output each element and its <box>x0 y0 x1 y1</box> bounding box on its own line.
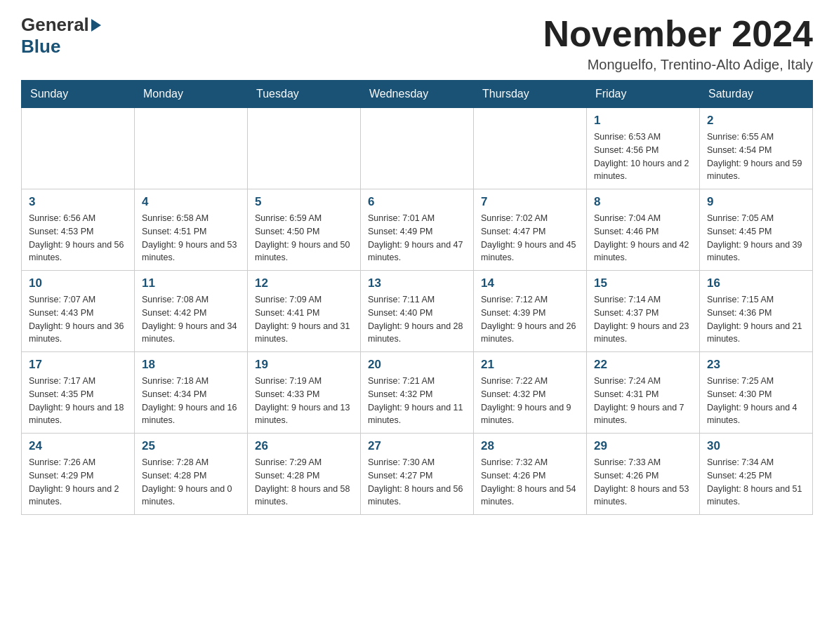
day-info: Sunrise: 7:18 AMSunset: 4:34 PMDaylight:… <box>142 375 240 427</box>
calendar-cell: 3Sunrise: 6:56 AMSunset: 4:53 PMDaylight… <box>22 189 135 271</box>
day-info: Sunrise: 7:05 AMSunset: 4:45 PMDaylight:… <box>707 212 805 264</box>
day-number: 16 <box>707 276 805 290</box>
day-info: Sunrise: 7:28 AMSunset: 4:28 PMDaylight:… <box>142 456 240 509</box>
calendar-cell: 5Sunrise: 6:59 AMSunset: 4:50 PMDaylight… <box>248 189 361 271</box>
calendar-cell: 11Sunrise: 7:08 AMSunset: 4:42 PMDayligh… <box>135 271 248 352</box>
calendar-cell <box>474 108 587 189</box>
calendar-cell: 21Sunrise: 7:22 AMSunset: 4:32 PMDayligh… <box>474 352 587 434</box>
calendar-week-row: 1Sunrise: 6:53 AMSunset: 4:56 PMDaylight… <box>22 108 813 189</box>
calendar-cell: 18Sunrise: 7:18 AMSunset: 4:34 PMDayligh… <box>135 352 248 434</box>
day-info: Sunrise: 6:58 AMSunset: 4:51 PMDaylight:… <box>142 212 240 264</box>
day-info: Sunrise: 7:01 AMSunset: 4:49 PMDaylight:… <box>368 212 466 264</box>
day-info: Sunrise: 7:30 AMSunset: 4:27 PMDaylight:… <box>368 456 466 509</box>
day-number: 2 <box>707 114 805 128</box>
day-number: 19 <box>255 358 353 372</box>
calendar-week-row: 17Sunrise: 7:17 AMSunset: 4:35 PMDayligh… <box>22 352 813 434</box>
calendar-cell: 19Sunrise: 7:19 AMSunset: 4:33 PMDayligh… <box>248 352 361 434</box>
day-info: Sunrise: 7:19 AMSunset: 4:33 PMDaylight:… <box>255 375 353 427</box>
weekday-header: Sunday <box>22 81 135 108</box>
day-number: 12 <box>255 276 353 290</box>
day-info: Sunrise: 7:09 AMSunset: 4:41 PMDaylight:… <box>255 293 353 346</box>
day-info: Sunrise: 7:02 AMSunset: 4:47 PMDaylight:… <box>481 212 579 264</box>
day-number: 22 <box>594 358 692 372</box>
weekday-header: Monday <box>135 81 248 108</box>
day-info: Sunrise: 7:24 AMSunset: 4:31 PMDaylight:… <box>594 375 692 427</box>
day-info: Sunrise: 6:56 AMSunset: 4:53 PMDaylight:… <box>29 212 127 264</box>
day-number: 6 <box>368 195 466 209</box>
day-number: 14 <box>481 276 579 290</box>
calendar-cell: 25Sunrise: 7:28 AMSunset: 4:28 PMDayligh… <box>135 434 248 515</box>
page-header: General Blue November 2024 Monguelfo, Tr… <box>21 14 813 73</box>
day-number: 10 <box>29 276 127 290</box>
day-info: Sunrise: 7:15 AMSunset: 4:36 PMDaylight:… <box>707 293 805 346</box>
weekday-header: Tuesday <box>248 81 361 108</box>
calendar-cell: 29Sunrise: 7:33 AMSunset: 4:26 PMDayligh… <box>587 434 700 515</box>
day-info: Sunrise: 7:32 AMSunset: 4:26 PMDaylight:… <box>481 456 579 509</box>
day-number: 8 <box>594 195 692 209</box>
day-number: 28 <box>481 439 579 453</box>
weekday-header: Thursday <box>474 81 587 108</box>
logo-general-text: General <box>21 14 102 36</box>
calendar-header-row: SundayMondayTuesdayWednesdayThursdayFrid… <box>22 81 813 108</box>
location-label: Monguelfo, Trentino-Alto Adige, Italy <box>543 57 813 73</box>
calendar-cell <box>361 108 474 189</box>
calendar-week-row: 10Sunrise: 7:07 AMSunset: 4:43 PMDayligh… <box>22 271 813 352</box>
day-number: 24 <box>29 439 127 453</box>
day-number: 5 <box>255 195 353 209</box>
title-section: November 2024 Monguelfo, Trentino-Alto A… <box>543 14 813 73</box>
weekday-header: Friday <box>587 81 700 108</box>
calendar-cell: 2Sunrise: 6:55 AMSunset: 4:54 PMDaylight… <box>700 108 813 189</box>
calendar-cell: 22Sunrise: 7:24 AMSunset: 4:31 PMDayligh… <box>587 352 700 434</box>
day-number: 25 <box>142 439 240 453</box>
day-number: 1 <box>594 114 692 128</box>
day-number: 21 <box>481 358 579 372</box>
calendar-cell <box>248 108 361 189</box>
calendar-cell: 14Sunrise: 7:12 AMSunset: 4:39 PMDayligh… <box>474 271 587 352</box>
day-number: 26 <box>255 439 353 453</box>
day-info: Sunrise: 6:53 AMSunset: 4:56 PMDaylight:… <box>594 130 692 183</box>
day-info: Sunrise: 7:21 AMSunset: 4:32 PMDaylight:… <box>368 375 466 427</box>
day-info: Sunrise: 7:22 AMSunset: 4:32 PMDaylight:… <box>481 375 579 427</box>
day-number: 4 <box>142 195 240 209</box>
calendar-cell: 8Sunrise: 7:04 AMSunset: 4:46 PMDaylight… <box>587 189 700 271</box>
day-number: 17 <box>29 358 127 372</box>
day-info: Sunrise: 6:55 AMSunset: 4:54 PMDaylight:… <box>707 130 805 183</box>
calendar-cell: 12Sunrise: 7:09 AMSunset: 4:41 PMDayligh… <box>248 271 361 352</box>
day-info: Sunrise: 7:33 AMSunset: 4:26 PMDaylight:… <box>594 456 692 509</box>
day-number: 18 <box>142 358 240 372</box>
month-title: November 2024 <box>543 14 813 54</box>
calendar-cell: 27Sunrise: 7:30 AMSunset: 4:27 PMDayligh… <box>361 434 474 515</box>
day-info: Sunrise: 7:29 AMSunset: 4:28 PMDaylight:… <box>255 456 353 509</box>
calendar-cell: 1Sunrise: 6:53 AMSunset: 4:56 PMDaylight… <box>587 108 700 189</box>
calendar-cell: 10Sunrise: 7:07 AMSunset: 4:43 PMDayligh… <box>22 271 135 352</box>
calendar-cell: 13Sunrise: 7:11 AMSunset: 4:40 PMDayligh… <box>361 271 474 352</box>
day-number: 7 <box>481 195 579 209</box>
day-info: Sunrise: 7:08 AMSunset: 4:42 PMDaylight:… <box>142 293 240 346</box>
day-number: 11 <box>142 276 240 290</box>
calendar-cell: 17Sunrise: 7:17 AMSunset: 4:35 PMDayligh… <box>22 352 135 434</box>
day-number: 9 <box>707 195 805 209</box>
calendar-cell: 30Sunrise: 7:34 AMSunset: 4:25 PMDayligh… <box>700 434 813 515</box>
day-number: 23 <box>707 358 805 372</box>
logo-triangle-icon <box>91 19 101 32</box>
day-info: Sunrise: 7:11 AMSunset: 4:40 PMDaylight:… <box>368 293 466 346</box>
calendar-cell: 7Sunrise: 7:02 AMSunset: 4:47 PMDaylight… <box>474 189 587 271</box>
calendar-cell: 4Sunrise: 6:58 AMSunset: 4:51 PMDaylight… <box>135 189 248 271</box>
day-info: Sunrise: 7:07 AMSunset: 4:43 PMDaylight:… <box>29 293 127 346</box>
calendar-cell: 6Sunrise: 7:01 AMSunset: 4:49 PMDaylight… <box>361 189 474 271</box>
calendar-table: SundayMondayTuesdayWednesdayThursdayFrid… <box>21 80 813 515</box>
day-number: 29 <box>594 439 692 453</box>
calendar-week-row: 24Sunrise: 7:26 AMSunset: 4:29 PMDayligh… <box>22 434 813 515</box>
day-number: 30 <box>707 439 805 453</box>
day-info: Sunrise: 7:25 AMSunset: 4:30 PMDaylight:… <box>707 375 805 427</box>
calendar-cell: 9Sunrise: 7:05 AMSunset: 4:45 PMDaylight… <box>700 189 813 271</box>
day-number: 13 <box>368 276 466 290</box>
logo-general-label: General <box>21 14 89 36</box>
logo-blue-text: Blue <box>21 36 60 58</box>
calendar-cell <box>135 108 248 189</box>
day-info: Sunrise: 7:34 AMSunset: 4:25 PMDaylight:… <box>707 456 805 509</box>
logo: General Blue <box>21 14 102 58</box>
calendar-cell: 16Sunrise: 7:15 AMSunset: 4:36 PMDayligh… <box>700 271 813 352</box>
calendar-cell: 23Sunrise: 7:25 AMSunset: 4:30 PMDayligh… <box>700 352 813 434</box>
day-info: Sunrise: 7:04 AMSunset: 4:46 PMDaylight:… <box>594 212 692 264</box>
